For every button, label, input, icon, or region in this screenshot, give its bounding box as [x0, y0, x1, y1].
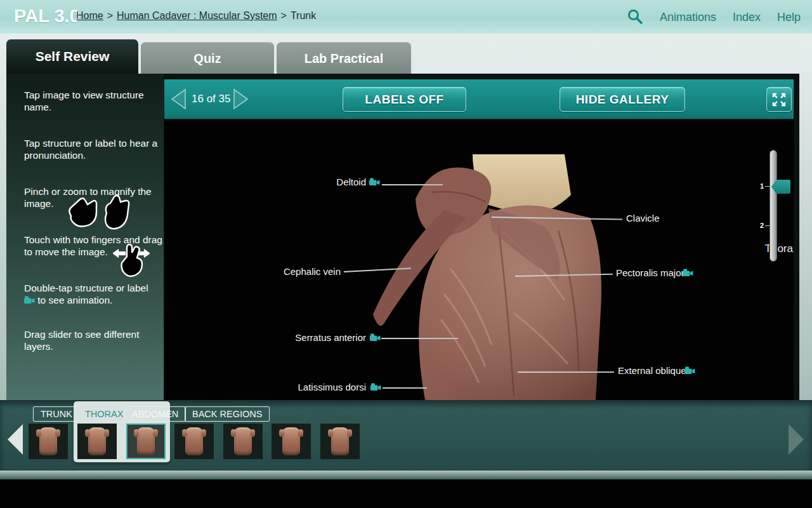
thumbnail-torso-image — [88, 427, 106, 455]
fullscreen-icon — [771, 92, 787, 107]
thumbnail-torso-image — [234, 427, 252, 455]
anatomy-image-viewport[interactable]: Thorax, superficial muscles, lateral vie… — [164, 119, 794, 400]
gallery-scroll-right-arrow[interactable] — [789, 424, 804, 455]
nav-animations[interactable]: Animations — [660, 11, 716, 24]
hide-gallery-button[interactable]: HIDE GALLERY — [560, 87, 685, 112]
top-navigation: Animations Index Help — [627, 10, 801, 25]
latissimus-dorsi-camera-icon[interactable] — [370, 382, 381, 394]
tab-self-review[interactable]: Self Review — [6, 39, 138, 74]
instruction-double-tap-start: Double-tap structure or label — [24, 283, 148, 293]
gallery-thumbnail-2[interactable] — [77, 424, 117, 459]
category-tab-back-regions[interactable]: BACK REGIONS — [185, 406, 270, 422]
image-caption: Thorax, superficial muscles, lateral vie… — [608, 243, 794, 255]
breadcrumb-section-link[interactable]: Human Cadaver : Muscular System — [117, 10, 277, 21]
leader-line-serratus-anterior — [381, 338, 458, 339]
instruction-double-tap-end: to see animation. — [37, 295, 112, 305]
instruction-drag-slider: Drag slider to see different layers. — [24, 328, 165, 353]
gallery-thumbnail-7[interactable] — [320, 424, 360, 459]
pinch-gesture-icon — [62, 194, 132, 234]
instruction-tap-image: Tap image to view structure name. — [24, 89, 165, 114]
layer-tick-2-line — [765, 225, 769, 226]
deltoid-camera-icon[interactable] — [369, 177, 380, 189]
fullscreen-button[interactable] — [766, 87, 792, 112]
layer-tick-1: 1 — [760, 182, 764, 190]
structure-label-latissimus-dorsi[interactable]: Latissimus dorsi — [298, 382, 366, 392]
pal-logo: PAL 3.0 — [14, 6, 80, 27]
breadcrumb-home-link[interactable]: Home — [76, 10, 103, 21]
gallery-thumbnail-6[interactable] — [272, 424, 311, 459]
structure-label-external-oblique[interactable]: External oblique — [618, 365, 686, 376]
gallery-thumbnail-4[interactable] — [174, 424, 214, 459]
category-tab-trunk[interactable]: TRUNK — [33, 406, 80, 422]
drag-gesture-icon — [113, 243, 150, 278]
gallery-bottom-bevel — [0, 471, 812, 479]
category-tab-abdomen[interactable]: ABDOMEN — [124, 406, 186, 422]
structure-label-clavicle[interactable]: Clavicle — [626, 213, 660, 224]
serratus-anterior-camera-icon[interactable] — [370, 333, 381, 344]
image-pager-label: 16 of 35 — [192, 93, 230, 105]
gallery-thumbnail-1[interactable] — [29, 424, 68, 459]
leader-line-external-oblique — [518, 371, 614, 373]
device-bottom-bar — [0, 479, 812, 508]
thumbnail-torso-image — [39, 427, 57, 455]
layer-tick-1-line — [765, 186, 769, 187]
next-image-arrow[interactable] — [233, 88, 249, 110]
instruction-double-tap: Double-tap structure or label to see ani… — [24, 282, 165, 307]
layer-tick-2: 2 — [760, 222, 764, 229]
leader-line-latissimus-dorsi — [383, 387, 427, 389]
search-icon[interactable] — [627, 8, 643, 25]
breadcrumb-separator: > — [281, 10, 287, 21]
breadcrumb-current-page: Trunk — [291, 10, 316, 21]
cadaver-photo[interactable] — [355, 154, 612, 400]
gallery-thumbnail-3-selected[interactable] — [126, 424, 166, 459]
breadcrumb-separator: > — [107, 10, 113, 21]
animation-camera-icon — [24, 295, 35, 307]
pectoralis-major-camera-icon[interactable] — [683, 268, 693, 279]
layer-slider-track[interactable] — [769, 150, 777, 262]
category-tab-thorax[interactable]: THORAX — [77, 406, 131, 422]
breadcrumb: Home>Human Cadaver : Muscular System>Tru… — [76, 10, 316, 22]
thumbnail-torso-image — [331, 427, 349, 455]
structure-label-serratus-anterior[interactable]: Serratus anterior — [295, 332, 366, 343]
structure-label-cephalic-vein[interactable]: Cephalic vein — [284, 266, 341, 277]
thumbnail-torso-image — [137, 427, 155, 455]
thumbnail-torso-image — [185, 427, 203, 455]
tab-lab-practical[interactable]: Lab Practical — [277, 42, 411, 74]
nav-help[interactable]: Help — [777, 11, 801, 24]
viewer-toolbar — [164, 79, 794, 119]
instructions-sidebar: Tap image to view structure name. Tap st… — [6, 74, 164, 417]
external-oblique-camera-icon[interactable] — [684, 366, 695, 377]
gallery-thumbnail-5[interactable] — [223, 424, 263, 459]
previous-image-arrow[interactable] — [170, 88, 187, 110]
structure-label-pectoralis-major[interactable]: Pectoralis major — [616, 267, 684, 278]
labels-toggle-button[interactable]: LABELS OFF — [343, 87, 466, 112]
structure-label-deltoid[interactable]: Deltoid — [336, 177, 366, 187]
pal-app-window: PAL 3.0 Home>Human Cadaver : Muscular Sy… — [0, 0, 812, 508]
nav-index[interactable]: Index — [733, 11, 761, 24]
instruction-tap-structure: Tap structure or label to hear a pronunc… — [24, 137, 165, 162]
tab-quiz[interactable]: Quiz — [141, 42, 274, 74]
leader-line-deltoid — [382, 184, 443, 185]
top-header-bar: PAL 3.0 Home>Human Cadaver : Muscular Sy… — [0, 0, 812, 34]
thumbnail-torso-image — [282, 427, 300, 455]
gallery-scroll-left-arrow[interactable] — [8, 424, 23, 455]
